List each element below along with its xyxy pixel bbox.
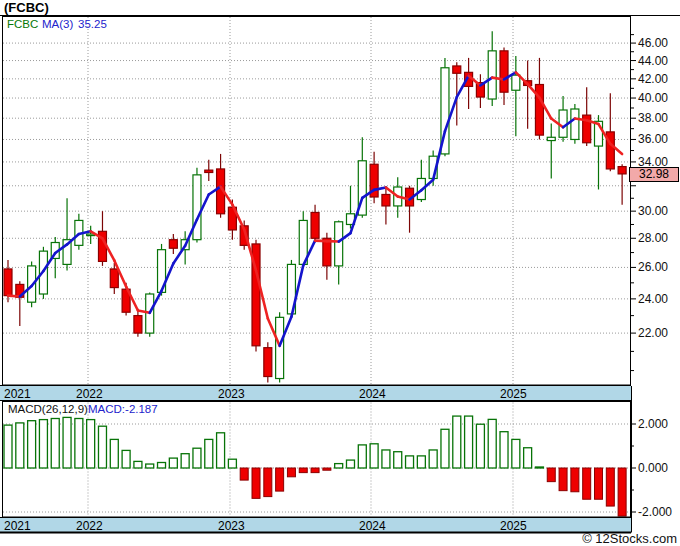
macd-bar-negative <box>547 468 555 482</box>
macd-bar-positive <box>335 464 343 468</box>
macd-bar-positive <box>169 458 177 468</box>
macd-bar-negative <box>264 468 272 497</box>
macd-bar-positive <box>122 450 130 468</box>
macd-axis-label: -2.000 <box>638 505 672 519</box>
watermark: © 12Stocks.com <box>582 531 677 546</box>
year-label-top: 2024 <box>359 387 386 401</box>
macd-bar-positive <box>500 432 508 468</box>
macd-bar-positive <box>417 456 425 468</box>
candle-body <box>618 167 626 174</box>
candle-body <box>311 212 319 238</box>
macd-bar-positive <box>465 416 473 468</box>
year-label-bottom: 2022 <box>76 519 103 533</box>
macd-bar-positive <box>512 439 520 468</box>
macd-bar-positive <box>146 464 154 468</box>
macd-bar-positive <box>488 419 496 468</box>
candle-body <box>453 66 461 73</box>
macd-bar-positive <box>370 444 378 468</box>
price-axis-label: 22.00 <box>638 326 668 340</box>
macd-bar-positive <box>181 454 189 468</box>
ma-line-segment <box>575 119 587 121</box>
macd-bar-negative <box>606 468 614 506</box>
macd-bar-negative <box>287 468 295 477</box>
macd-bar-positive <box>524 448 532 468</box>
macd-bar-positive <box>453 416 461 468</box>
candle-body <box>4 269 12 296</box>
macd-bar-negative <box>571 468 579 492</box>
macd-axis-label: 0.000 <box>638 461 668 475</box>
page-title: (FCBC) <box>4 0 49 15</box>
macd-bar-negative <box>299 468 307 473</box>
macd-bar-positive <box>346 460 354 468</box>
macd-bar-positive <box>87 420 95 468</box>
year-label-bottom: 2021 <box>4 519 31 533</box>
macd-pane-border <box>3 402 631 518</box>
macd-bar-negative <box>323 468 331 470</box>
year-label-top: 2021 <box>4 387 31 401</box>
price-axis-label: 40.00 <box>638 91 668 105</box>
macd-bar-positive <box>75 419 83 469</box>
candle-body <box>500 51 508 92</box>
macd-bar-negative <box>595 468 603 499</box>
candle-body <box>205 170 213 172</box>
macd-bar-negative <box>252 468 260 498</box>
year-label-bottom: 2023 <box>218 519 245 533</box>
price-axis-label: 36.00 <box>638 132 668 146</box>
macd-bar-positive <box>98 426 106 468</box>
candle-body <box>110 269 118 288</box>
macd-bar-negative <box>618 468 626 516</box>
ma-line-segment <box>492 78 504 80</box>
macd-legend-value: MACD:-2.187 <box>88 403 158 415</box>
stock-chart-window: 46.0044.0042.0040.0038.0036.0034.0030.00… <box>0 0 680 546</box>
macd-bar-negative <box>559 468 567 491</box>
macd-bar-positive <box>205 439 213 468</box>
macd-bar-positive <box>217 433 225 468</box>
year-label-top: 2022 <box>76 387 103 401</box>
macd-bar-positive <box>63 417 71 468</box>
price-axis-label: 24.00 <box>638 292 668 306</box>
price-axis-label: 28.00 <box>638 231 668 245</box>
macd-bar-positive <box>28 421 36 468</box>
candle-body <box>382 194 390 205</box>
price-axis-label: 46.00 <box>638 36 668 50</box>
legend-symbol: FCBC <box>7 18 38 30</box>
price-axis-label: 30.00 <box>638 204 668 218</box>
chart-canvas: 46.0044.0042.0040.0038.0036.0034.0030.00… <box>0 0 680 546</box>
macd-bar-positive <box>394 452 402 468</box>
macd-bar-positive <box>535 467 543 468</box>
macd-bar-positive <box>16 423 24 468</box>
candle-body <box>512 75 520 90</box>
candle-body <box>488 51 496 99</box>
ma-line-segment <box>433 131 445 180</box>
price-axis-label: 26.00 <box>638 260 668 274</box>
macd-bar-negative <box>583 468 591 499</box>
candle-body <box>535 85 543 136</box>
macd-bar-positive <box>51 419 59 469</box>
macd-bar-positive <box>158 463 166 469</box>
candle-body <box>134 316 142 333</box>
macd-legend-name: MACD(26,12,9) <box>8 403 88 415</box>
macd-bar-positive <box>406 456 414 468</box>
legend-ma-label: MA(3) <box>42 18 73 30</box>
price-axis-label: 38.00 <box>638 111 668 125</box>
macd-bar-positive <box>441 429 449 468</box>
macd-bar-positive <box>358 445 366 468</box>
candle-body <box>276 317 284 378</box>
candle-body <box>193 175 201 240</box>
macd-bar-negative <box>311 468 319 473</box>
candle-body <box>264 348 272 377</box>
macd-bar-negative <box>240 468 248 480</box>
candle-body <box>571 109 579 139</box>
macd-bar-positive <box>193 448 201 468</box>
macd-bar-positive <box>476 424 484 468</box>
macd-bar-negative <box>276 468 284 491</box>
year-label-bottom: 2025 <box>500 519 527 533</box>
year-label-top: 2025 <box>500 387 527 401</box>
price-axis-label: 44.00 <box>638 54 668 68</box>
legend-ma-value: 35.25 <box>78 18 107 30</box>
candle-body <box>169 240 177 249</box>
macd-bar-positive <box>429 450 437 468</box>
macd-bar-positive <box>228 459 236 468</box>
macd-bar-positive <box>134 461 142 468</box>
ma-line-segment <box>8 296 20 297</box>
